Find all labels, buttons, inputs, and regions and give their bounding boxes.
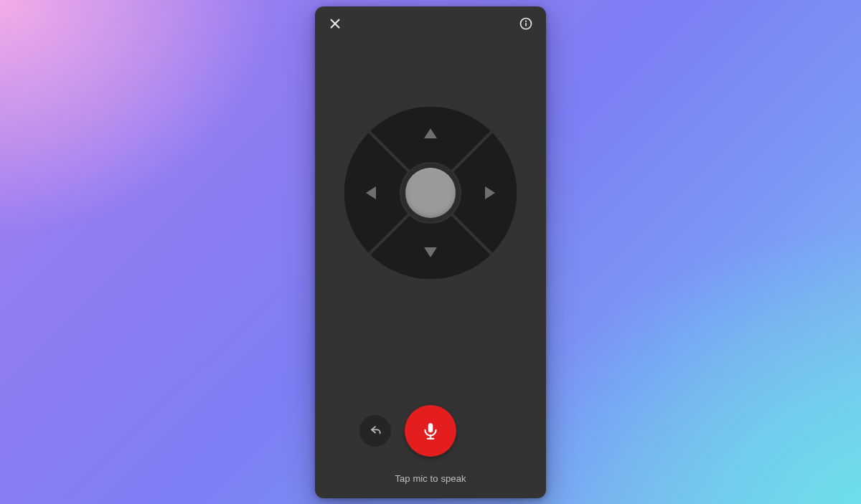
info-button[interactable] — [516, 14, 536, 34]
microphone-button[interactable] — [405, 405, 456, 457]
close-button[interactable] — [325, 14, 345, 34]
dpad-select-button[interactable] — [405, 168, 456, 218]
svg-rect-4 — [525, 22, 527, 26]
microphone-icon — [421, 422, 440, 440]
close-icon — [329, 18, 341, 29]
remote-control-panel: Tap mic to speak — [315, 6, 546, 498]
svg-rect-7 — [428, 423, 433, 432]
undo-icon — [368, 424, 382, 438]
mic-hint-label: Tap mic to speak — [315, 473, 546, 484]
dpad — [344, 107, 517, 279]
bottom-controls — [315, 405, 546, 457]
svg-point-3 — [525, 20, 527, 22]
info-icon — [519, 16, 533, 31]
top-bar — [315, 6, 546, 41]
back-button[interactable] — [359, 415, 391, 447]
